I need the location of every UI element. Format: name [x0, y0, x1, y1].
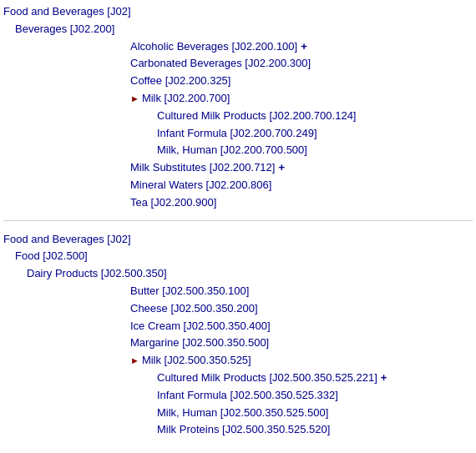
- list-item: Milk Substitutes [J02.200.712] +: [3, 159, 473, 177]
- list-item: Butter [J02.500.350.100]: [3, 283, 473, 300]
- item-link[interactable]: Infant Formula [J02.500.350.525.332]: [157, 387, 338, 405]
- list-item: Alcoholic Beverages [J02.200.100] +: [3, 38, 473, 56]
- item-link[interactable]: Infant Formula [J02.200.700.249]: [157, 125, 317, 143]
- expand-icon[interactable]: +: [381, 370, 387, 387]
- list-item: Tea [J02.200.900]: [3, 194, 473, 212]
- item-link[interactable]: Mineral Waters [J02.200.806]: [130, 177, 271, 194]
- level1-link-2[interactable]: Food [J02.500]: [15, 248, 88, 265]
- list-item: Mineral Waters [J02.200.806]: [3, 177, 473, 194]
- item-link[interactable]: Butter [J02.500.350.100]: [130, 283, 249, 300]
- list-item: Cultured Milk Products [J02.500.350.525.…: [3, 370, 473, 387]
- list-item: Milk, Human [J02.500.350.525.500]: [3, 405, 473, 422]
- item-link[interactable]: Milk, Human [J02.200.700.500]: [157, 142, 307, 159]
- list-item: Coffee [J02.200.325]: [3, 73, 473, 90]
- list-item: Cheese [J02.500.350.200]: [3, 300, 473, 318]
- list-item: Infant Formula [J02.200.700.249]: [3, 125, 473, 143]
- level1-item-2: Food [J02.500]: [3, 248, 473, 265]
- item-link[interactable]: Cultured Milk Products [J02.200.700.124]: [157, 108, 356, 125]
- list-item: Margarine [J02.500.350.500]: [3, 335, 473, 352]
- arrow-icon: ►: [130, 354, 139, 369]
- item-link[interactable]: Cheese [J02.500.350.200]: [130, 300, 258, 318]
- item-link[interactable]: Tea [J02.200.900]: [130, 194, 216, 212]
- level2-link-2[interactable]: Dairy Products [J02.500.350]: [27, 265, 167, 283]
- item-link[interactable]: Milk Proteins [J02.500.350.525.520]: [157, 421, 330, 439]
- root-item-1: Food and Beverages [J02]: [3, 3, 473, 21]
- list-item: Milk, Human [J02.200.700.500]: [3, 142, 473, 159]
- list-item: Cultured Milk Products [J02.200.700.124]: [3, 108, 473, 125]
- item-link[interactable]: Milk Substitutes [J02.200.712]: [130, 159, 275, 177]
- section1: Food and Beverages [J02] Beverages [J02.…: [3, 3, 473, 212]
- list-item: Ice Cream [J02.500.350.400]: [3, 318, 473, 335]
- section2: Food and Beverages [J02] Food [J02.500] …: [3, 231, 473, 440]
- item-link[interactable]: Coffee [J02.200.325]: [130, 73, 230, 90]
- arrow-icon: ►: [130, 92, 139, 107]
- level1-item-1: Beverages [J02.200]: [3, 21, 473, 38]
- item-link[interactable]: Alcoholic Beverages [J02.200.100]: [130, 38, 297, 56]
- root-link-2[interactable]: Food and Beverages [J02]: [3, 231, 131, 249]
- level1-link-1[interactable]: Beverages [J02.200]: [15, 21, 114, 38]
- item-link[interactable]: Cultured Milk Products [J02.500.350.525.…: [157, 370, 377, 387]
- list-item: Milk Proteins [J02.500.350.525.520]: [3, 421, 473, 439]
- item-link[interactable]: Margarine [J02.500.350.500]: [130, 335, 269, 352]
- expand-icon[interactable]: +: [301, 38, 307, 56]
- root-link-1[interactable]: Food and Beverages [J02]: [3, 3, 131, 21]
- item-link[interactable]: Carbonated Beverages [J02.200.300]: [130, 55, 311, 73]
- level2-item-2: Dairy Products [J02.500.350]: [3, 265, 473, 283]
- root-item-2: Food and Beverages [J02]: [3, 231, 473, 249]
- item-link[interactable]: Milk [J02.200.700]: [142, 90, 230, 108]
- item-link[interactable]: Milk, Human [J02.500.350.525.500]: [157, 405, 328, 422]
- list-item: ► Milk [J02.200.700]: [3, 90, 473, 108]
- item-link[interactable]: Ice Cream [J02.500.350.400]: [130, 318, 271, 335]
- item-link[interactable]: Milk [J02.500.350.525]: [142, 352, 251, 370]
- list-item: ► Milk [J02.500.350.525]: [3, 352, 473, 370]
- section-divider: [3, 220, 473, 221]
- list-item: Carbonated Beverages [J02.200.300]: [3, 55, 473, 73]
- list-item: Infant Formula [J02.500.350.525.332]: [3, 387, 473, 405]
- expand-icon[interactable]: +: [278, 159, 285, 177]
